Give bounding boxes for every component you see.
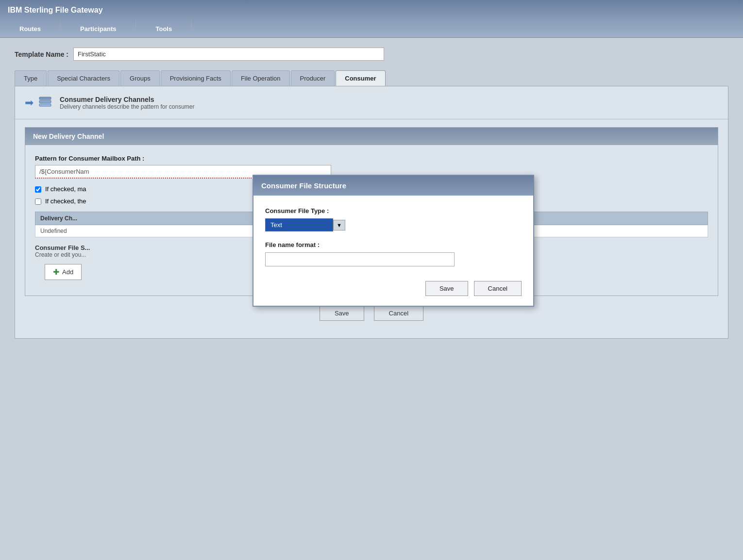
svg-rect-1 — [39, 100, 51, 103]
add-button-label: Add — [62, 268, 73, 276]
dialog-save-button[interactable]: Save — [425, 281, 468, 296]
checkbox1-label: If checked, ma — [45, 185, 86, 193]
nav-participants[interactable]: Participants — [61, 20, 136, 37]
dialog-cancel-button[interactable]: Cancel — [474, 281, 522, 296]
stack-icon — [37, 94, 53, 111]
tab-file-operation[interactable]: File Operation — [232, 70, 290, 86]
consumer-delivery-channels-title: Consumer Delivery Channels — [60, 96, 194, 103]
template-name-input[interactable] — [73, 48, 384, 61]
arrow-icon: ➡ — [25, 97, 34, 109]
file-type-label: Consumer File Type : — [265, 207, 522, 214]
nav-tools[interactable]: Tools — [136, 20, 192, 37]
consumer-file-structure-dialog: Consumer File Structure Consumer File Ty… — [253, 175, 534, 307]
mailbox-path-label: Pattern for Consumer Mailbox Path : — [35, 155, 708, 162]
tab-producer[interactable]: Producer — [291, 70, 335, 86]
nav-bar: Routes Participants Tools — [0, 20, 743, 38]
add-button[interactable]: ✚ Add — [45, 264, 82, 280]
nav-routes[interactable]: Routes — [0, 20, 61, 37]
delivery-channel-modal-title: New Delivery Channel — [33, 132, 104, 140]
tabs-row: Type Special Characters Groups Provision… — [15, 70, 728, 86]
consumer-delivery-channels-subtitle: Delivery channels describe the pattern f… — [60, 103, 194, 110]
template-name-row: Template Name : — [15, 48, 728, 61]
tab-provisioning-facts[interactable]: Provisioning Facts — [161, 70, 231, 86]
svg-rect-0 — [39, 97, 51, 99]
delivery-channel-modal-header: New Delivery Channel — [25, 128, 718, 145]
template-name-label: Template Name : — [15, 50, 68, 58]
file-type-dropdown-arrow[interactable]: ▼ — [333, 220, 345, 231]
app-title-bar: IBM Sterling File Gateway — [0, 0, 743, 20]
file-name-format-field: File name format : — [265, 241, 522, 266]
tab-groups[interactable]: Groups — [120, 70, 160, 86]
checkbox2-label: If checked, the — [45, 198, 86, 205]
file-name-format-input[interactable] — [265, 252, 455, 266]
save-button[interactable]: Save — [320, 306, 364, 321]
dialog-header: Consumer File Structure — [253, 176, 533, 196]
file-type-field: Consumer File Type : Text ▼ — [265, 207, 522, 231]
tab-type[interactable]: Type — [15, 70, 47, 86]
cancel-button[interactable]: Cancel — [374, 306, 423, 321]
dialog-buttons: Save Cancel — [265, 276, 522, 296]
checkbox1[interactable] — [35, 186, 41, 193]
dialog-body: Consumer File Type : Text ▼ File name fo… — [253, 196, 533, 306]
dialog-title: Consumer File Structure — [261, 181, 346, 190]
file-name-format-label: File name format : — [265, 241, 522, 248]
tab-special-characters[interactable]: Special Characters — [48, 70, 119, 86]
tab-consumer[interactable]: Consumer — [336, 70, 385, 86]
file-type-select-wrapper: Text ▼ — [265, 218, 522, 231]
checkbox2[interactable] — [35, 198, 41, 205]
file-type-selected-value[interactable]: Text — [265, 218, 333, 231]
app-title: IBM Sterling File Gateway — [8, 6, 103, 14]
svg-rect-2 — [39, 104, 51, 106]
add-icon: ✚ — [53, 267, 59, 277]
consumer-delivery-channels-header: ➡ Consumer Delivery Channels Delivery ch… — [15, 86, 728, 119]
